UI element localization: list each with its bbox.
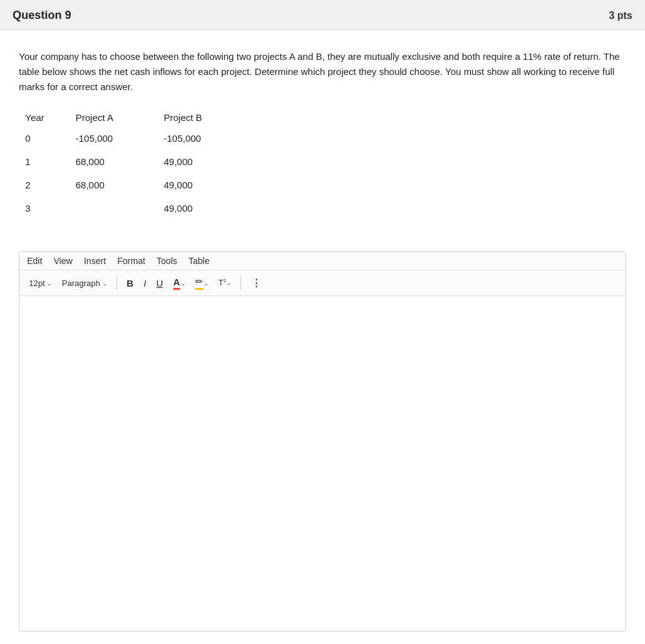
bold-button[interactable]: B: [123, 276, 137, 290]
font-size-dropdown[interactable]: 12pt ⌄: [26, 277, 55, 290]
superscript-button[interactable]: T2 ⌄: [215, 276, 234, 289]
data-table: Year Project A Project B 0 -105,000 -105…: [25, 112, 626, 226]
question-text: Your company has to choose between the f…: [19, 49, 626, 95]
cell-year-1: 1: [25, 156, 76, 167]
highlight-button[interactable]: ✏ ⌄: [192, 274, 212, 292]
page-container: Question 9 3 pts Your company has to cho…: [0, 0, 645, 644]
table-row-0: 0 -105,000 -105,000: [25, 133, 626, 144]
paragraph-value: Paragraph: [62, 279, 100, 288]
font-color-label: A: [173, 277, 180, 287]
table-header-row: Year Project A Project B: [25, 112, 626, 123]
cell-year-0: 0: [25, 133, 76, 144]
editor-menu-bar: Edit View Insert Format Tools Table: [20, 252, 625, 270]
col-header-year: Year: [25, 112, 76, 123]
question-body: Your company has to choose between the f…: [0, 30, 645, 644]
font-color-icon: A: [173, 277, 180, 290]
menu-table[interactable]: Table: [188, 256, 209, 266]
bold-icon: B: [127, 278, 134, 289]
table-row-3: 3 49,000: [25, 203, 626, 214]
toolbar-divider-2: [241, 276, 241, 290]
more-options-icon: ⋮: [251, 277, 261, 289]
question-title: Question 9: [13, 9, 71, 22]
cell-proja-0: -105,000: [76, 133, 164, 144]
more-options-button[interactable]: ⋮: [248, 276, 265, 290]
cell-projb-1: 49,000: [164, 156, 252, 167]
editor-toolbar: 12pt ⌄ Paragraph ⌄ B I: [20, 270, 625, 296]
highlight-underline: [195, 288, 203, 290]
table-row-1: 1 68,000 49,000: [25, 156, 626, 167]
italic-button[interactable]: I: [140, 276, 149, 290]
font-color-underline: [173, 288, 180, 290]
cell-projb-2: 49,000: [164, 180, 252, 190]
superscript-chevron-icon: ⌄: [226, 279, 231, 286]
underline-button[interactable]: U: [153, 276, 166, 290]
table-row-2: 2 68,000 49,000: [25, 180, 626, 190]
question-header: Question 9 3 pts: [0, 0, 645, 30]
paragraph-chevron-icon: ⌄: [102, 280, 107, 287]
font-size-chevron-icon: ⌄: [47, 280, 52, 287]
toolbar-divider-1: [117, 276, 117, 290]
col-header-proj-a: Project A: [76, 112, 164, 123]
underline-icon: U: [156, 278, 163, 289]
menu-tools[interactable]: Tools: [157, 256, 178, 266]
menu-insert[interactable]: Insert: [84, 256, 106, 266]
highlight-icon: ✏: [195, 276, 203, 290]
cell-projb-0: -105,000: [164, 133, 252, 144]
highlight-chevron-icon: ⌄: [203, 280, 208, 287]
cell-projb-3: 49,000: [164, 203, 252, 214]
paragraph-dropdown[interactable]: Paragraph ⌄: [59, 277, 110, 290]
highlight-pencil-icon: ✏: [195, 276, 203, 287]
cell-proja-1: 68,000: [76, 156, 164, 167]
font-color-button[interactable]: A ⌄: [170, 275, 188, 292]
cell-year-2: 2: [25, 180, 76, 190]
cell-proja-2: 68,000: [76, 180, 164, 190]
cell-year-3: 3: [25, 203, 76, 214]
col-header-proj-b: Project B: [164, 112, 252, 123]
menu-edit[interactable]: Edit: [27, 256, 42, 266]
menu-format[interactable]: Format: [117, 256, 145, 266]
editor-container: Edit View Insert Format Tools Table 12pt…: [19, 251, 626, 631]
font-color-chevron-icon: ⌄: [180, 280, 185, 287]
font-size-value: 12pt: [29, 279, 45, 288]
italic-icon: I: [144, 278, 146, 289]
question-points: 3 pts: [609, 10, 632, 21]
menu-view[interactable]: View: [54, 256, 72, 266]
editor-content-area[interactable]: [20, 296, 625, 631]
superscript-icon: T2: [219, 278, 226, 287]
